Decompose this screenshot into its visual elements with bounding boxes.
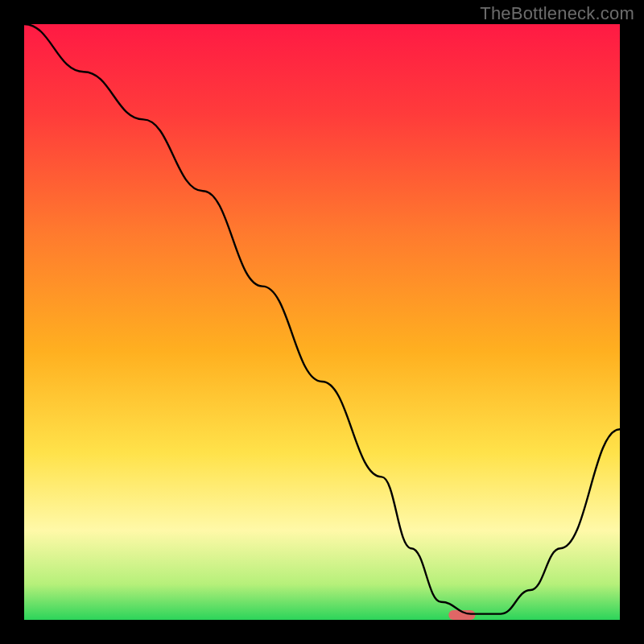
watermark-label: TheBottleneck.com <box>480 3 634 24</box>
chart-svg <box>24 24 620 620</box>
plot-area <box>24 24 620 620</box>
gradient-background <box>24 24 620 620</box>
chart-container: TheBottleneck.com <box>0 0 644 644</box>
